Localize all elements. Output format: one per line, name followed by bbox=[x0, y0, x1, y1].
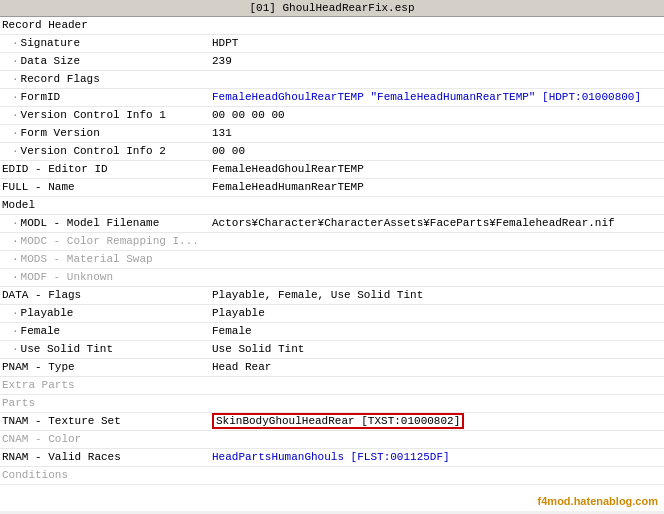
row-value bbox=[210, 197, 664, 215]
row-label: Parts bbox=[0, 395, 210, 413]
table-row: Record Header bbox=[0, 17, 664, 35]
row-value: 00 00 bbox=[210, 143, 664, 161]
row-label: ·Version Control Info 1 bbox=[0, 107, 210, 125]
table-row: ·MODL - Model FilenameActors¥Character¥C… bbox=[0, 215, 664, 233]
row-label: Extra Parts bbox=[0, 377, 210, 395]
table-row: ·SignatureHDPT bbox=[0, 35, 664, 53]
row-value bbox=[210, 17, 664, 35]
row-value bbox=[210, 377, 664, 395]
table-row: ·Record Flags bbox=[0, 71, 664, 89]
table-row: ·Data Size239 bbox=[0, 53, 664, 71]
tree-indent: · bbox=[12, 54, 19, 69]
table-row: EDID - Editor IDFemaleHeadGhoulRearTEMP bbox=[0, 161, 664, 179]
row-value bbox=[210, 71, 664, 89]
row-value: Head Rear bbox=[210, 359, 664, 377]
table-row: ·MODF - Unknown bbox=[0, 269, 664, 287]
table-row: Model bbox=[0, 197, 664, 215]
row-value bbox=[210, 431, 664, 449]
table-row: ·PlayablePlayable bbox=[0, 305, 664, 323]
table-row: Conditions bbox=[0, 467, 664, 485]
table-row: ·FemaleFemale bbox=[0, 323, 664, 341]
table-row: DATA - FlagsPlayable, Female, Use Solid … bbox=[0, 287, 664, 305]
table-row: ·FormIDFemaleHeadGhoulRearTEMP "FemaleHe… bbox=[0, 89, 664, 107]
row-value bbox=[210, 269, 664, 287]
table-row: Extra Parts bbox=[0, 377, 664, 395]
row-label: DATA - Flags bbox=[0, 287, 210, 305]
row-label: ·Signature bbox=[0, 35, 210, 53]
row-label: ·Form Version bbox=[0, 125, 210, 143]
table-row: TNAM - Texture SetSkinBodyGhoulHeadRear … bbox=[0, 413, 664, 431]
table-row: RNAM - Valid RacesHeadPartsHumanGhouls [… bbox=[0, 449, 664, 467]
row-value: Use Solid Tint bbox=[210, 341, 664, 359]
row-label: ·MODL - Model Filename bbox=[0, 215, 210, 233]
row-value: 00 00 00 00 bbox=[210, 107, 664, 125]
row-value: Female bbox=[210, 323, 664, 341]
tree-indent: · bbox=[12, 234, 19, 249]
tree-indent: · bbox=[12, 216, 19, 231]
row-label: ·Use Solid Tint bbox=[0, 341, 210, 359]
row-value: SkinBodyGhoulHeadRear [TXST:01000802] bbox=[210, 413, 664, 431]
row-value bbox=[210, 251, 664, 269]
row-label: ·FormID bbox=[0, 89, 210, 107]
tree-indent: · bbox=[12, 324, 19, 339]
row-label: PNAM - Type bbox=[0, 359, 210, 377]
row-label: ·MODS - Material Swap bbox=[0, 251, 210, 269]
tree-indent: · bbox=[12, 342, 19, 357]
table-row: ·MODS - Material Swap bbox=[0, 251, 664, 269]
row-label: RNAM - Valid Races bbox=[0, 449, 210, 467]
row-label: CNAM - Color bbox=[0, 431, 210, 449]
tree-indent: · bbox=[12, 270, 19, 285]
tree-indent: · bbox=[12, 108, 19, 123]
content-area: Record Header·SignatureHDPT·Data Size239… bbox=[0, 17, 664, 511]
row-value bbox=[210, 395, 664, 413]
table-row: Parts bbox=[0, 395, 664, 413]
row-label: ·Version Control Info 2 bbox=[0, 143, 210, 161]
row-label: TNAM - Texture Set bbox=[0, 413, 210, 431]
row-label: FULL - Name bbox=[0, 179, 210, 197]
row-value: HeadPartsHumanGhouls [FLST:001125DF] bbox=[210, 449, 664, 467]
row-value: Playable bbox=[210, 305, 664, 323]
row-label: Conditions bbox=[0, 467, 210, 485]
tree-indent: · bbox=[12, 126, 19, 141]
table-row: ·Use Solid TintUse Solid Tint bbox=[0, 341, 664, 359]
row-label: EDID - Editor ID bbox=[0, 161, 210, 179]
row-value: FemaleHeadGhoulRearTEMP bbox=[210, 161, 664, 179]
row-label: ·Data Size bbox=[0, 53, 210, 71]
row-value bbox=[210, 233, 664, 251]
row-value: Playable, Female, Use Solid Tint bbox=[210, 287, 664, 305]
table-row: ·Version Control Info 200 00 bbox=[0, 143, 664, 161]
row-label: ·MODF - Unknown bbox=[0, 269, 210, 287]
watermark: f4mod.hatenablog.com bbox=[538, 495, 658, 507]
table-row: FULL - NameFemaleHeadHumanRearTEMP bbox=[0, 179, 664, 197]
row-value: FemaleHeadGhoulRearTEMP "FemaleHeadHuman… bbox=[210, 89, 664, 107]
row-value: Actors¥Character¥CharacterAssets¥FacePar… bbox=[210, 215, 664, 233]
table-row: CNAM - Color bbox=[0, 431, 664, 449]
highlighted-value: SkinBodyGhoulHeadRear [TXST:01000802] bbox=[212, 413, 464, 429]
table-row: ·Version Control Info 100 00 00 00 bbox=[0, 107, 664, 125]
table-row: ·MODC - Color Remapping I... bbox=[0, 233, 664, 251]
title-bar: [01] GhoulHeadRearFix.esp bbox=[0, 0, 664, 17]
row-label: ·Playable bbox=[0, 305, 210, 323]
tree-indent: · bbox=[12, 144, 19, 159]
row-value: 239 bbox=[210, 53, 664, 71]
row-value: 131 bbox=[210, 125, 664, 143]
title-text: [01] GhoulHeadRearFix.esp bbox=[249, 2, 414, 14]
row-label: ·Female bbox=[0, 323, 210, 341]
table-row: ·Form Version131 bbox=[0, 125, 664, 143]
data-table: Record Header·SignatureHDPT·Data Size239… bbox=[0, 17, 664, 485]
row-value: FemaleHeadHumanRearTEMP bbox=[210, 179, 664, 197]
tree-indent: · bbox=[12, 252, 19, 267]
tree-indent: · bbox=[12, 90, 19, 105]
row-label: ·Record Flags bbox=[0, 71, 210, 89]
row-label: Record Header bbox=[0, 17, 210, 35]
row-value bbox=[210, 467, 664, 485]
row-label: ·MODC - Color Remapping I... bbox=[0, 233, 210, 251]
table-row: PNAM - TypeHead Rear bbox=[0, 359, 664, 377]
row-value: HDPT bbox=[210, 35, 664, 53]
row-label: Model bbox=[0, 197, 210, 215]
tree-indent: · bbox=[12, 36, 19, 51]
tree-indent: · bbox=[12, 306, 19, 321]
tree-indent: · bbox=[12, 72, 19, 87]
